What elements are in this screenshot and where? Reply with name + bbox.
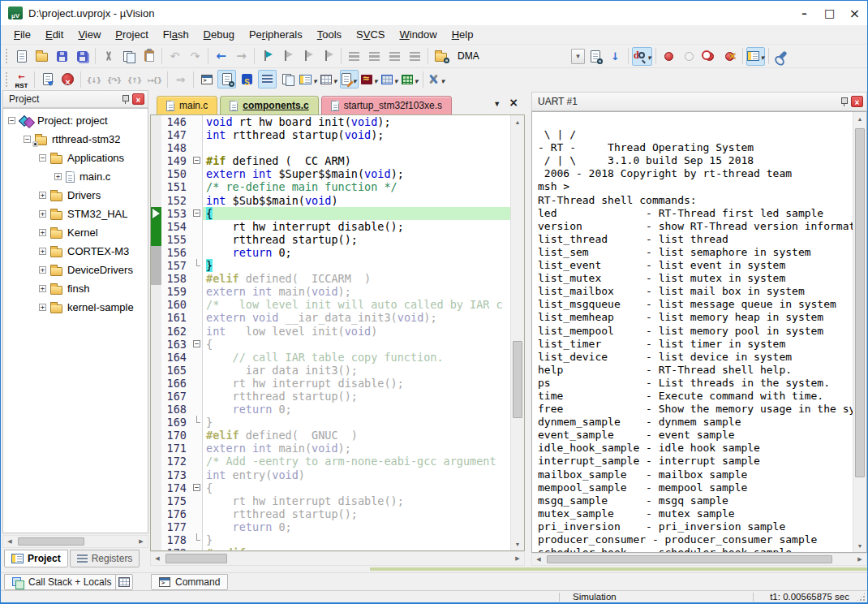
code-line-163[interactable]: 163−{ — [151, 338, 510, 351]
symbol-window-button[interactable] — [238, 70, 256, 88]
scrollbar-thumb[interactable] — [513, 341, 522, 418]
code-line-166[interactable]: 166 rt_hw_interrupt_disable(); — [151, 377, 510, 390]
redo-button[interactable] — [186, 47, 204, 66]
scroll-down-arrow[interactable] — [853, 539, 866, 552]
save-button[interactable] — [53, 47, 71, 66]
debug-session-button[interactable] — [632, 47, 652, 66]
tree-item-kernel-sample[interactable]: +kernel-sample — [3, 298, 148, 317]
minimize-button[interactable] — [792, 1, 817, 25]
menu-view[interactable]: View — [71, 26, 108, 43]
expand-icon[interactable]: + — [39, 266, 46, 274]
expand-icon[interactable]: + — [54, 173, 62, 180]
editor-tab-main-c[interactable]: main.c — [157, 96, 217, 114]
undo-button[interactable] — [165, 47, 184, 66]
serial-windows-button[interactable] — [258, 70, 277, 88]
toolbar-grip[interactable] — [5, 71, 9, 88]
project-panel-close-button[interactable] — [132, 93, 144, 105]
code-line-150[interactable]: 150extern int $Super$$main(void); — [151, 167, 510, 180]
code-line-156[interactable]: 156 return 0; — [151, 246, 510, 259]
code-line-179[interactable]: 179#endif — [151, 546, 510, 550]
tools-menu-button[interactable] — [427, 70, 446, 88]
expand-icon[interactable]: + — [39, 304, 46, 311]
outdent-button[interactable] — [365, 47, 384, 66]
memory-window-button[interactable] — [115, 574, 133, 590]
scroll-right-arrow[interactable] — [853, 554, 866, 565]
code-line-155[interactable]: 155 rtthread_startup(); — [151, 233, 510, 246]
code-line-177[interactable]: 177 return 0; — [151, 520, 510, 533]
code-line-172[interactable]: 172/* Add -eentry to arm-none-eabi-gcc a… — [151, 455, 510, 468]
code-line-171[interactable]: 171extern int main(void); — [151, 442, 510, 455]
code-line-149[interactable]: 149−#if defined (__CC_ARM) — [151, 154, 510, 167]
tree-item-devicedrivers[interactable]: +DeviceDrivers — [3, 261, 148, 279]
code-line-162[interactable]: 162int __low_level_init(void) — [151, 325, 510, 338]
tree-item-stm32-hal[interactable]: +STM32_HAL — [3, 205, 148, 223]
fold-collapse-icon[interactable]: − — [193, 209, 200, 217]
close-button[interactable] — [842, 1, 867, 25]
run-to-line-button[interactable] — [145, 70, 164, 88]
cut-button[interactable] — [99, 47, 118, 66]
step-button[interactable] — [84, 70, 103, 88]
bookmark-next-button[interactable] — [299, 47, 317, 66]
incremental-find-button[interactable] — [606, 47, 625, 66]
fold-collapse-icon[interactable]: − — [193, 157, 200, 164]
code-line-153[interactable]: 153−{ — [151, 207, 510, 220]
navigate-forward-button[interactable] — [232, 47, 251, 66]
tree-item-rtthread-stm32[interactable]: −rtthread-stm32 — [3, 130, 148, 149]
collapse-icon[interactable]: − — [8, 117, 15, 124]
trace-windows-button[interactable] — [360, 70, 379, 88]
comment-button[interactable] — [385, 47, 404, 66]
paste-button[interactable] — [140, 47, 158, 66]
memory-windows-button[interactable] — [320, 70, 338, 88]
new-file-button[interactable] — [12, 47, 31, 66]
uart-window[interactable]: \ | /- RT - Thread Operating System / | … — [531, 111, 867, 553]
indent-button[interactable] — [345, 47, 363, 66]
code-line-173[interactable]: 173int entry(void) — [151, 468, 510, 481]
code-line-169[interactable]: 169} — [151, 416, 510, 429]
menu-project[interactable]: Project — [108, 26, 155, 43]
editor-tab-startup-stm32f103xe-s[interactable]: startup_stm32f103xe.s — [321, 96, 452, 114]
tab-registers[interactable]: Registers — [70, 550, 140, 567]
pin-icon[interactable] — [121, 94, 129, 105]
logic-analyzer-button[interactable] — [299, 70, 318, 88]
system-viewer-button[interactable] — [380, 70, 399, 88]
scroll-right-arrow[interactable] — [511, 552, 524, 565]
code-line-167[interactable]: 167 rtthread_startup(); — [151, 390, 510, 403]
tree-item-drivers[interactable]: +Drivers — [3, 186, 148, 205]
expand-icon[interactable]: + — [39, 192, 46, 199]
code-line-165[interactable]: 165 __iar_data_init3(); — [151, 364, 510, 377]
breakpoint-kill-all-button[interactable] — [720, 47, 739, 66]
bookmark-clear-button[interactable] — [319, 47, 337, 66]
find-in-files-button[interactable] — [432, 47, 450, 66]
tree-item-cortex-m3[interactable]: +CORTEX-M3 — [3, 242, 148, 261]
scrollbar-thumb[interactable] — [547, 555, 832, 563]
code-line-161[interactable]: 161extern void __iar_data_init3(void); — [151, 311, 510, 324]
expand-icon[interactable]: + — [39, 248, 46, 255]
step-out-button[interactable] — [125, 70, 144, 88]
tab-project[interactable]: Project — [4, 550, 68, 567]
breakpoint-disable-all-button[interactable] — [700, 47, 719, 66]
tree-item-project-project[interactable]: −Project: project — [3, 111, 148, 130]
scrollbar-thumb[interactable] — [855, 128, 865, 477]
menu-file[interactable]: File — [6, 26, 38, 43]
expand-icon[interactable]: + — [39, 210, 46, 218]
scrollbar-thumb[interactable] — [165, 554, 227, 563]
close-file-button[interactable] — [509, 95, 518, 110]
code-line-175[interactable]: 175 rt_hw_interrupt_disable(); — [151, 494, 510, 507]
search-combo-dropdown[interactable] — [571, 49, 585, 64]
bookmark-toggle-button[interactable] — [258, 47, 277, 66]
code-line-159[interactable]: 159extern int main(void); — [151, 285, 510, 298]
code-line-170[interactable]: 170#elif defined(__GNUC__) — [151, 429, 510, 442]
configure-button[interactable] — [772, 47, 791, 66]
code-line-151[interactable]: 151/* re-define main function */ — [151, 180, 510, 193]
save-all-button[interactable] — [73, 47, 92, 66]
collapse-icon[interactable]: − — [24, 136, 31, 143]
scroll-left-arrow[interactable] — [3, 536, 16, 547]
collapse-icon[interactable]: − — [39, 154, 46, 162]
bookmark-prev-button[interactable] — [278, 47, 297, 66]
code-line-157[interactable]: 157} — [151, 259, 510, 272]
scroll-left-arrow[interactable] — [151, 552, 164, 565]
run-button[interactable] — [38, 70, 57, 88]
code-line-154[interactable]: 154 rt_hw_interrupt_disable(); — [151, 220, 510, 233]
breakpoint-disable-button[interactable] — [680, 47, 698, 66]
code-line-178[interactable]: 178} — [151, 533, 510, 546]
